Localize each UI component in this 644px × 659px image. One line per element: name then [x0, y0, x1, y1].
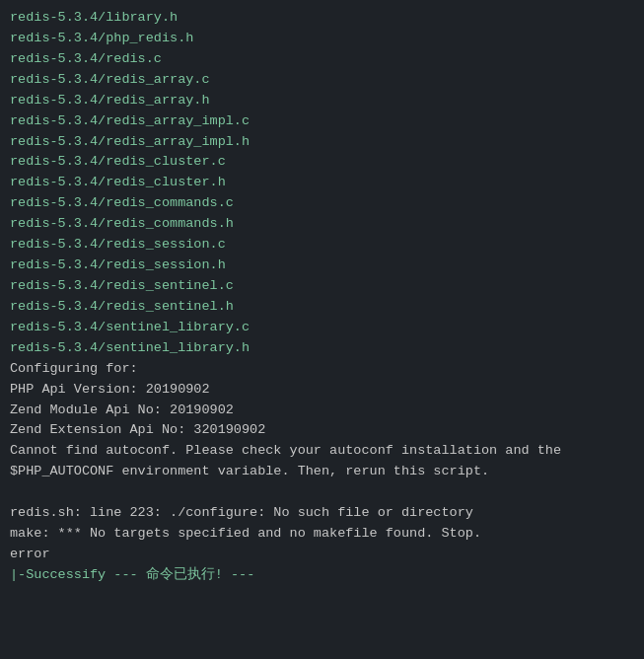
terminal-line: make: *** No targets specified and no ma… [10, 524, 634, 545]
terminal-line: $PHP_AUTOCONF environment variable. Then… [10, 462, 634, 482]
terminal-line: redis-5.3.4/redis_array_impl.c [10, 111, 634, 132]
terminal-line: redis-5.3.4/redis_session.h [10, 256, 634, 276]
terminal-line: Cannot find autoconf. Please check your … [10, 441, 634, 462]
terminal-line: redis-5.3.4/redis_cluster.h [10, 173, 634, 193]
terminal-line: redis-5.3.4/redis_commands.h [10, 214, 634, 235]
terminal-line: |-Successify --- 命令已执行! --- [10, 565, 634, 586]
terminal-line: Configuring for: [10, 359, 634, 380]
terminal-line: error [10, 545, 634, 565]
terminal-line: redis-5.3.4/redis_commands.c [10, 193, 634, 214]
terminal-line: PHP Api Version: 20190902 [10, 380, 634, 401]
terminal-line: redis-5.3.4/php_redis.h [10, 29, 634, 49]
terminal-line: redis-5.3.4/redis_cluster.c [10, 152, 634, 173]
terminal-line: redis-5.3.4/redis_sentinel.h [10, 297, 634, 318]
terminal-output: redis-5.3.4/library.hredis-5.3.4/php_red… [0, 0, 644, 659]
terminal-line: redis-5.3.4/redis_sentinel.c [10, 276, 634, 297]
terminal-empty-line [10, 482, 634, 503]
terminal-line: redis-5.3.4/sentinel_library.c [10, 318, 634, 338]
terminal-line: Zend Module Api No: 20190902 [10, 401, 634, 421]
terminal-line: redis.sh: line 223: ./configure: No such… [10, 503, 634, 524]
terminal-line: redis-5.3.4/redis_array.h [10, 91, 634, 111]
terminal-line: redis-5.3.4/redis_array.c [10, 70, 634, 91]
terminal-line: redis-5.3.4/library.h [10, 8, 634, 29]
terminal-line: redis-5.3.4/redis_array_impl.h [10, 132, 634, 153]
terminal-line: redis-5.3.4/sentinel_library.h [10, 338, 634, 359]
terminal-line: redis-5.3.4/redis.c [10, 49, 634, 70]
terminal-line: Zend Extension Api No: 320190902 [10, 420, 634, 441]
terminal-line: redis-5.3.4/redis_session.c [10, 235, 634, 256]
